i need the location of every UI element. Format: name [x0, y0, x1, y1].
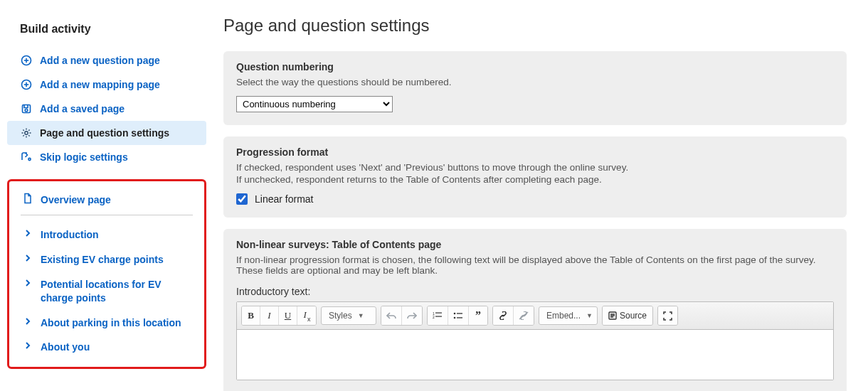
blockquote-button[interactable]: ” [469, 306, 487, 325]
styles-select-label: Styles [329, 311, 352, 321]
svg-point-8 [25, 132, 28, 134]
plus-circle-icon [20, 78, 33, 91]
svg-point-7 [25, 109, 28, 112]
page-item-existing-ev[interactable]: Existing EV charge points [14, 247, 200, 272]
chevron-right-icon [22, 317, 33, 326]
sidebar-item-label: Add a saved page [40, 103, 125, 114]
list-group: 12 ” [427, 306, 488, 326]
svg-point-16 [454, 317, 456, 319]
pages-highlight-box: Overview page Introduction Existing EV c… [7, 179, 206, 369]
page-item-introduction[interactable]: Introduction [14, 223, 200, 247]
gear-icon [20, 127, 33, 139]
svg-rect-13 [435, 316, 442, 317]
chevron-right-icon [22, 279, 33, 287]
overview-page-link[interactable]: Overview page [9, 186, 204, 215]
page-item-label: About you [41, 341, 90, 354]
question-numbering-panel: Question numbering Select the way the qu… [223, 51, 847, 125]
svg-point-9 [28, 158, 31, 160]
embed-select-label: Embed... [546, 311, 581, 321]
main-content: Page and question settings Question numb… [213, 0, 868, 391]
chevron-right-icon [22, 341, 33, 350]
panel-heading: Question numbering [236, 61, 834, 73]
intro-text-label: Introductory text: [236, 286, 834, 297]
page-title: Page and question settings [223, 16, 847, 36]
bold-button[interactable]: B [242, 306, 260, 325]
history-group [381, 306, 423, 326]
maximize-group [657, 306, 678, 326]
page-item-potential-locations[interactable]: Potential locations for EV charge points [14, 272, 200, 311]
unlink-button[interactable] [514, 306, 534, 325]
panel-heading: Progression format [236, 146, 834, 158]
format-group: B I U Ix [241, 306, 317, 326]
link-button[interactable] [493, 306, 514, 325]
bullet-list-button[interactable] [448, 306, 469, 325]
source-label: Source [620, 311, 647, 321]
linear-format-label[interactable]: Linear format [255, 193, 313, 205]
sidebar: Build activity Add a new question page A… [0, 0, 213, 391]
editor-toolbar: B I U Ix Styles ▼ [237, 302, 833, 330]
panel-description-line2: If unchecked, respondent returns to the … [236, 174, 834, 185]
undo-button[interactable] [381, 306, 402, 325]
skip-icon [20, 151, 33, 164]
overview-label: Overview page [41, 194, 111, 205]
sidebar-item-label: Skip logic settings [40, 151, 128, 163]
panel-description-line1: If checked, respondent uses 'Next' and '… [236, 162, 834, 173]
source-button[interactable]: Source [603, 306, 652, 325]
survey-pages-list: Introduction Existing EV charge points P… [9, 223, 204, 360]
svg-rect-15 [457, 313, 462, 314]
panel-body: If checked, respondent uses 'Next' and '… [236, 162, 834, 205]
chevron-right-icon [22, 254, 33, 262]
redo-button[interactable] [402, 306, 422, 325]
sidebar-item-add-saved-page[interactable]: Add a saved page [7, 97, 206, 121]
panel-description: If non-linear progression format is chos… [236, 255, 834, 276]
page-item-about-parking[interactable]: About parking in this location [14, 311, 200, 336]
plus-circle-icon [20, 54, 33, 67]
sidebar-item-skip-logic-settings[interactable]: Skip logic settings [7, 145, 206, 169]
embed-select[interactable]: Embed... ▼ [539, 306, 598, 325]
panel-heading: Non-linear surveys: Table of Contents pa… [236, 239, 834, 250]
underline-button[interactable]: U [279, 306, 297, 325]
source-icon [608, 311, 617, 320]
page-item-label: About parking in this location [41, 316, 181, 330]
page-item-label: Introduction [41, 228, 99, 242]
svg-rect-11 [435, 313, 442, 314]
chevron-right-icon [22, 229, 33, 237]
svg-rect-17 [457, 317, 462, 318]
maximize-button[interactable] [658, 306, 677, 325]
rich-text-editor: B I U Ix Styles ▼ [236, 301, 834, 380]
save-icon [20, 102, 33, 115]
sidebar-item-add-mapping-page[interactable]: Add a new mapping page [7, 73, 206, 97]
svg-line-18 [519, 312, 528, 319]
source-group: Source [602, 306, 653, 326]
caret-down-icon: ▼ [358, 312, 364, 319]
panel-body: Select the way the questions should be n… [236, 77, 834, 112]
svg-point-14 [454, 313, 456, 315]
sidebar-item-add-question-page[interactable]: Add a new question page [7, 48, 206, 73]
remove-format-button[interactable]: Ix [297, 306, 316, 325]
page-item-label: Potential locations for EV charge points [41, 278, 191, 305]
progression-format-panel: Progression format If checked, responden… [223, 136, 847, 218]
sidebar-item-label: Add a new mapping page [40, 79, 160, 90]
toc-panel: Non-linear surveys: Table of Contents pa… [223, 229, 847, 391]
numbered-list-button[interactable]: 12 [428, 306, 448, 325]
page-item-label: Existing EV charge points [41, 253, 164, 267]
link-group [492, 306, 534, 326]
sidebar-action-list: Add a new question page Add a new mappin… [0, 48, 213, 169]
sidebar-item-label: Page and question settings [40, 127, 169, 139]
file-icon [22, 193, 33, 206]
divider [21, 215, 193, 215]
editor-content-area[interactable] [237, 330, 833, 380]
caret-down-icon: ▼ [586, 312, 593, 319]
sidebar-item-page-question-settings[interactable]: Page and question settings [7, 121, 206, 145]
numbering-select[interactable]: Continuous numbering [236, 96, 393, 112]
panel-description: Select the way the questions should be n… [236, 77, 834, 87]
sidebar-item-label: Add a new question page [40, 55, 160, 66]
svg-text:2: 2 [433, 315, 435, 319]
linear-format-checkbox[interactable] [236, 193, 248, 205]
sidebar-title: Build activity [0, 7, 213, 48]
page-item-about-you[interactable]: About you [14, 335, 200, 360]
panel-body: If non-linear progression format is chos… [236, 255, 834, 380]
italic-button[interactable]: I [260, 306, 279, 325]
styles-select[interactable]: Styles ▼ [321, 306, 376, 325]
